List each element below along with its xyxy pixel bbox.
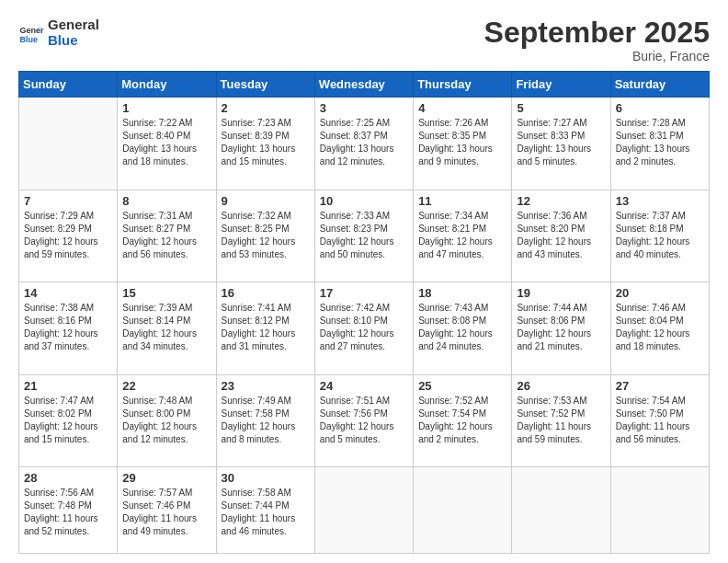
day-info: Sunrise: 7:39 AMSunset: 8:14 PMDaylight:… [122,302,210,353]
day-info: Sunrise: 7:43 AMSunset: 8:08 PMDaylight:… [418,302,506,353]
day-number: 18 [418,286,506,300]
day-number: 20 [616,286,704,300]
day-number: 5 [517,101,605,115]
calendar-cell: 13Sunrise: 7:37 AMSunset: 8:18 PMDayligh… [610,190,709,282]
day-number: 29 [122,471,210,485]
calendar-cell: 27Sunrise: 7:54 AMSunset: 7:50 PMDayligh… [610,374,709,467]
calendar-cell: 22Sunrise: 7:48 AMSunset: 8:00 PMDayligh… [118,374,216,467]
day-info: Sunrise: 7:37 AMSunset: 8:18 PMDaylight:… [616,210,704,261]
day-number: 27 [616,379,704,393]
calendar-row: 21Sunrise: 7:47 AMSunset: 8:02 PMDayligh… [19,374,710,467]
weekday-header: Saturday [610,72,709,98]
calendar-cell: 14Sunrise: 7:38 AMSunset: 8:16 PMDayligh… [19,282,118,375]
day-info: Sunrise: 7:42 AMSunset: 8:10 PMDaylight:… [320,302,408,353]
calendar-cell: 29Sunrise: 7:57 AMSunset: 7:46 PMDayligh… [118,467,216,554]
day-info: Sunrise: 7:28 AMSunset: 8:31 PMDaylight:… [616,117,704,168]
day-number: 15 [122,286,210,300]
day-info: Sunrise: 7:31 AMSunset: 8:27 PMDaylight:… [122,210,210,261]
calendar-cell: 20Sunrise: 7:46 AMSunset: 8:04 PMDayligh… [610,282,709,375]
logo: General Blue General Blue [18,17,99,49]
month-title: September 2025 [484,17,710,49]
day-info: Sunrise: 7:54 AMSunset: 7:50 PMDaylight:… [616,395,704,446]
calendar-cell: 30Sunrise: 7:58 AMSunset: 7:44 PMDayligh… [216,467,314,554]
calendar-cell: 7Sunrise: 7:29 AMSunset: 8:29 PMDaylight… [19,190,118,282]
day-info: Sunrise: 7:48 AMSunset: 8:00 PMDaylight:… [122,395,210,446]
weekday-header: Monday [118,72,216,98]
day-info: Sunrise: 7:33 AMSunset: 8:23 PMDaylight:… [320,210,408,261]
location: Burie, France [484,49,710,63]
calendar-header: SundayMondayTuesdayWednesdayThursdayFrid… [19,72,710,98]
calendar-cell: 6Sunrise: 7:28 AMSunset: 8:31 PMDaylight… [610,98,709,190]
day-info: Sunrise: 7:46 AMSunset: 8:04 PMDaylight:… [616,302,704,353]
day-number: 17 [320,286,408,300]
calendar-cell: 9Sunrise: 7:32 AMSunset: 8:25 PMDaylight… [216,190,314,282]
day-number: 14 [24,286,112,300]
day-number: 4 [418,101,506,115]
day-info: Sunrise: 7:57 AMSunset: 7:46 PMDaylight:… [122,487,210,538]
page: General Blue General Blue September 2025… [0,0,728,563]
day-info: Sunrise: 7:36 AMSunset: 8:20 PMDaylight:… [517,210,605,261]
day-number: 22 [122,379,210,393]
day-number: 12 [517,194,605,208]
day-info: Sunrise: 7:25 AMSunset: 8:37 PMDaylight:… [320,117,408,168]
calendar-cell: 1Sunrise: 7:22 AMSunset: 8:40 PMDaylight… [118,98,216,190]
calendar-cell: 8Sunrise: 7:31 AMSunset: 8:27 PMDaylight… [118,190,216,282]
day-number: 2 [222,101,310,115]
day-number: 21 [24,379,112,393]
weekday-header: Thursday [414,72,512,98]
day-info: Sunrise: 7:41 AMSunset: 8:12 PMDaylight:… [222,302,310,353]
calendar-cell: 10Sunrise: 7:33 AMSunset: 8:23 PMDayligh… [314,190,413,282]
calendar-cell [314,467,413,554]
day-info: Sunrise: 7:26 AMSunset: 8:35 PMDaylight:… [418,117,506,168]
logo-icon: General Blue [18,19,44,45]
day-info: Sunrise: 7:52 AMSunset: 7:54 PMDaylight:… [418,395,506,446]
weekday-header: Sunday [19,72,118,98]
day-info: Sunrise: 7:32 AMSunset: 8:25 PMDaylight:… [222,210,310,261]
calendar-cell [610,467,709,554]
day-number: 9 [222,194,310,208]
day-info: Sunrise: 7:27 AMSunset: 8:33 PMDaylight:… [517,117,605,168]
logo-general: General [48,17,99,32]
day-number: 30 [222,471,310,485]
calendar-row: 7Sunrise: 7:29 AMSunset: 8:29 PMDaylight… [19,190,710,282]
calendar-cell: 28Sunrise: 7:56 AMSunset: 7:48 PMDayligh… [19,467,118,554]
day-number: 25 [418,379,506,393]
day-info: Sunrise: 7:47 AMSunset: 8:02 PMDaylight:… [24,395,112,446]
header: General Blue General Blue September 2025… [18,17,710,63]
day-number: 11 [418,194,506,208]
svg-text:Blue: Blue [19,35,38,44]
calendar-cell [414,467,512,554]
day-number: 13 [616,194,704,208]
calendar-cell: 11Sunrise: 7:34 AMSunset: 8:21 PMDayligh… [414,190,512,282]
day-info: Sunrise: 7:58 AMSunset: 7:44 PMDaylight:… [222,487,310,538]
day-info: Sunrise: 7:23 AMSunset: 8:39 PMDaylight:… [222,117,310,168]
day-info: Sunrise: 7:53 AMSunset: 7:52 PMDaylight:… [517,395,605,446]
day-info: Sunrise: 7:29 AMSunset: 8:29 PMDaylight:… [24,210,112,261]
calendar-cell: 15Sunrise: 7:39 AMSunset: 8:14 PMDayligh… [118,282,216,375]
day-number: 3 [320,101,408,115]
calendar-cell: 21Sunrise: 7:47 AMSunset: 8:02 PMDayligh… [19,374,118,467]
day-info: Sunrise: 7:49 AMSunset: 7:58 PMDaylight:… [222,395,310,446]
day-info: Sunrise: 7:51 AMSunset: 7:56 PMDaylight:… [320,395,408,446]
day-number: 26 [517,379,605,393]
title-block: September 2025 Burie, France [484,17,710,63]
calendar-cell: 19Sunrise: 7:44 AMSunset: 8:06 PMDayligh… [512,282,610,375]
calendar-row: 28Sunrise: 7:56 AMSunset: 7:48 PMDayligh… [19,467,710,554]
calendar-cell: 5Sunrise: 7:27 AMSunset: 8:33 PMDaylight… [512,98,610,190]
calendar-row: 14Sunrise: 7:38 AMSunset: 8:16 PMDayligh… [19,282,710,375]
calendar-table: SundayMondayTuesdayWednesdayThursdayFrid… [18,71,710,554]
day-number: 10 [320,194,408,208]
day-info: Sunrise: 7:22 AMSunset: 8:40 PMDaylight:… [122,117,210,168]
day-number: 24 [320,379,408,393]
calendar-cell [512,467,610,554]
calendar-cell: 25Sunrise: 7:52 AMSunset: 7:54 PMDayligh… [414,374,512,467]
calendar-cell: 4Sunrise: 7:26 AMSunset: 8:35 PMDaylight… [414,98,512,190]
calendar-cell: 23Sunrise: 7:49 AMSunset: 7:58 PMDayligh… [216,374,314,467]
calendar-cell [19,98,118,190]
day-number: 7 [24,194,112,208]
day-number: 8 [122,194,210,208]
day-number: 19 [517,286,605,300]
calendar-cell: 3Sunrise: 7:25 AMSunset: 8:37 PMDaylight… [314,98,413,190]
day-info: Sunrise: 7:56 AMSunset: 7:48 PMDaylight:… [24,487,112,538]
calendar-cell: 12Sunrise: 7:36 AMSunset: 8:20 PMDayligh… [512,190,610,282]
